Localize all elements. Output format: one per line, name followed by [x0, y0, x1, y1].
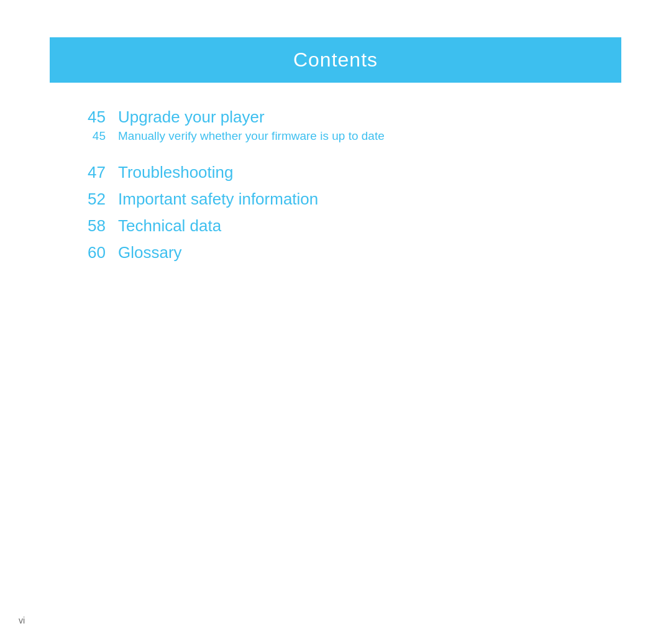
toc-label-upgrade: Upgrade your player: [118, 108, 265, 127]
toc-row-troubleshooting: 47 Troubleshooting: [75, 163, 596, 182]
toc-label-glossary: Glossary: [118, 243, 182, 262]
toc-group-safety: 52 Important safety information: [75, 190, 596, 211]
toc-number-60: 60: [75, 243, 118, 262]
footer-label: vi: [19, 615, 25, 625]
contents-title: Contents: [50, 48, 621, 71]
toc-list: 45 Upgrade your player 45 Manually verif…: [50, 101, 621, 276]
toc-number-45-1: 45: [75, 108, 118, 127]
page-container: Contents 45 Upgrade your player 45 Manua…: [0, 0, 671, 644]
toc-label-troubleshooting: Troubleshooting: [118, 163, 234, 182]
toc-row-glossary: 60 Glossary: [75, 243, 596, 262]
toc-label-safety: Important safety information: [118, 190, 318, 209]
toc-group-troubleshooting: 47 Troubleshooting: [75, 163, 596, 185]
page-footer: vi: [19, 615, 25, 625]
toc-group-glossary: 60 Glossary: [75, 243, 596, 265]
contents-header: Contents: [50, 37, 621, 83]
toc-sub-row-firmware: 45 Manually verify whether your firmware…: [75, 129, 596, 143]
toc-number-47: 47: [75, 163, 118, 182]
toc-group-technical: 58 Technical data: [75, 216, 596, 238]
toc-number-58: 58: [75, 216, 118, 236]
toc-number-52: 52: [75, 190, 118, 209]
toc-row-upgrade: 45 Upgrade your player: [75, 108, 596, 127]
toc-row-safety: 52 Important safety information: [75, 190, 596, 209]
toc-label-firmware: Manually verify whether your firmware is…: [118, 129, 385, 143]
toc-group-upgrade: 45 Upgrade your player 45 Manually verif…: [75, 108, 596, 158]
toc-number-45-sub: 45: [75, 129, 118, 143]
toc-row-technical: 58 Technical data: [75, 216, 596, 236]
toc-label-technical: Technical data: [118, 216, 221, 236]
